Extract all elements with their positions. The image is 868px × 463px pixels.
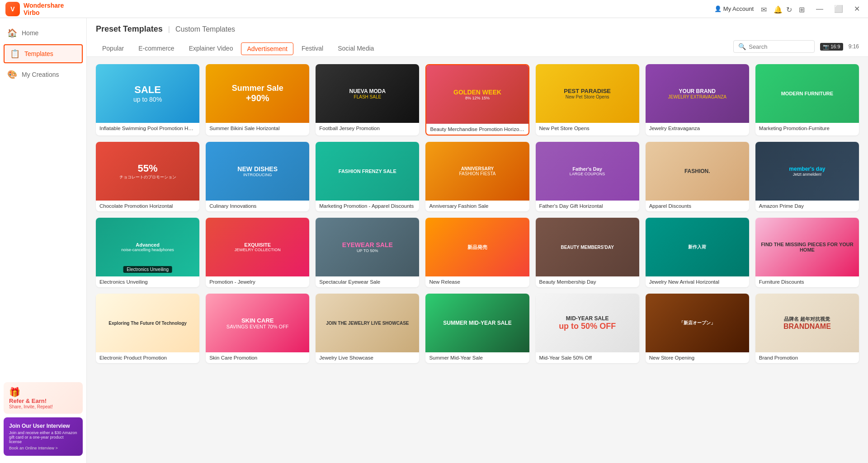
bookmark-icon[interactable]: 🔔	[774, 5, 781, 13]
template-card-9[interactable]: NEW DISHES INTRODUCING Culinary Innovati…	[206, 142, 309, 211]
electronics-tooltip: Electronics Unveiling	[123, 266, 172, 273]
template-card-11[interactable]: ANNIVERSARY FASHION FIESTA Anniversary F…	[425, 142, 529, 211]
template-card-1[interactable]: SALE up to 80% Inflatable Swimming Pool …	[96, 64, 199, 136]
card-label-21: Furniture Discounts	[755, 276, 859, 287]
card-label-25: Summer Mid-Year Sale	[425, 352, 529, 363]
sidebar: 🏠 Home 📋 Templates 🎨 My Creations 🎁 Refe…	[0, 18, 87, 463]
card-thumb-14: member's day Jetzt anmelden!	[755, 142, 859, 201]
card-thumb-21: FIND THE MISSING PIECES FOR YOUR HOME	[755, 218, 859, 276]
card-label-18: New Release	[425, 276, 529, 287]
template-card-22[interactable]: Exploring The Future Of Technology Elect…	[96, 294, 199, 363]
tab-popular[interactable]: Popular	[96, 41, 130, 56]
card-thumb-20: 新作入荷	[646, 218, 749, 276]
template-card-16[interactable]: EXQUISITE JEWELRY COLLECTION Promotion -…	[206, 218, 309, 287]
template-card-20[interactable]: 新作入荷 Jewelry New Arrival Horizontal	[646, 218, 749, 287]
card-thumb-13: FASHION.	[646, 142, 749, 201]
card-thumb-5: PEST PARADISE New Pet Store Opens	[536, 64, 639, 123]
sidebar-banners: 🎁 Refer & Earn! Share, Invite, Repeat! J…	[0, 377, 86, 458]
search-icon: 🔍	[738, 43, 746, 50]
template-card-3[interactable]: NUEVA MODA FLASH SALE Football Jersey Pr…	[316, 64, 419, 136]
main-layout: 🏠 Home 📋 Templates 🎨 My Creations 🎁 Refe…	[0, 18, 868, 463]
tab-social-media[interactable]: Social Media	[331, 41, 380, 56]
card-thumb-25: SUMMER MID-YEAR SALE	[425, 294, 529, 352]
card-label-7: Marketing Promotion-Furniture	[755, 123, 859, 134]
tab-right-controls: 🔍 📷 16:9 9:16	[733, 40, 859, 56]
user-interview-banner[interactable]: Join Our User Interview Join and receive…	[4, 417, 83, 456]
card-label-20: Jewelry New Arrival Horizontal	[646, 276, 749, 287]
tab-ecommerce[interactable]: E-commerce	[132, 41, 180, 56]
templates-icon: 📋	[10, 49, 20, 59]
template-card-6[interactable]: YOUR BRAND JEWELRY EXTRAVAGANZA Jewelry …	[646, 64, 749, 136]
template-card-5[interactable]: PEST PARADISE New Pet Store Opens New Pe…	[536, 64, 639, 136]
card-thumb-19: BEAUTY MEMBERS'DAY	[536, 218, 639, 276]
maximize-button[interactable]: ⬜	[831, 5, 846, 13]
template-card-14[interactable]: member's day Jetzt anmelden! Amazon Prim…	[755, 142, 859, 211]
template-card-8[interactable]: 55% チョコレートのプロモーション Chocolate Promotion H…	[96, 142, 199, 211]
card-label-24: Jewelry Live Showcase	[316, 352, 419, 363]
card-thumb-6: YOUR BRAND JEWELRY EXTRAVAGANZA	[646, 64, 749, 123]
search-input[interactable]	[749, 43, 807, 50]
my-account-button[interactable]: 👤 My Account	[714, 5, 754, 12]
close-button[interactable]: ✕	[851, 5, 863, 13]
template-card-7[interactable]: MODERN FURNITURE Marketing Promotion-Fur…	[755, 64, 859, 136]
template-card-15[interactable]: Advanced noise-cancelling headphones Ele…	[96, 218, 199, 287]
search-box[interactable]: 🔍	[733, 40, 815, 53]
template-card-23[interactable]: SKIN CARE SAVINGS EVENT 70% OFF Skin Car…	[206, 294, 309, 363]
card-label-4: Beauty Merchandise Promotion Horizontal	[426, 124, 528, 135]
template-card-17[interactable]: EYEWEAR SALE UP TO 50% Spectacular Eyewe…	[316, 218, 419, 287]
template-card-19[interactable]: BEAUTY MEMBERS'DAY Beauty Membership Day	[536, 218, 639, 287]
template-card-10[interactable]: FASHION FRENZY SALE Marketing Promotion …	[316, 142, 419, 211]
sidebar-item-templates[interactable]: 📋 Templates	[4, 44, 83, 63]
template-card-21[interactable]: FIND THE MISSING PIECES FOR YOUR HOME Fu…	[755, 218, 859, 287]
template-card-25[interactable]: SUMMER MID-YEAR SALE Summer Mid-Year Sal…	[425, 294, 529, 363]
card-label-8: Chocolate Promotion Horizontal	[96, 201, 199, 211]
titlebar-icons: ✉ 🔔 ↻ ⊞	[761, 5, 806, 13]
template-card-28[interactable]: 品牌名 超年对抗视觉 BRANDNAME Brand Promotion	[755, 294, 859, 363]
card-label-5: New Pet Store Opens	[536, 123, 639, 134]
template-card-13[interactable]: FASHION. Apparel Discounts	[646, 142, 749, 211]
grid-icon[interactable]: ⊞	[799, 5, 806, 13]
creations-icon: 🎨	[7, 70, 17, 80]
template-card-24[interactable]: JOIN THE JEWELRY LIVE SHOWCASE Jewelry L…	[316, 294, 419, 363]
tab-explainer[interactable]: Explainer Video	[183, 41, 240, 56]
book-interview-link[interactable]: Book an Online Interview >	[9, 446, 77, 450]
sidebar-item-my-creations[interactable]: 🎨 My Creations	[0, 65, 86, 84]
card-label-3: Football Jersey Promotion	[316, 123, 419, 134]
template-card-27[interactable]: 「新店オープン」 New Store Opening	[646, 294, 749, 363]
template-card-4[interactable]: GOLDEN WEEK 8% 12% 15% Beauty Merchandis…	[425, 64, 529, 136]
card-label-12: Father's Day Gift Horizontal	[536, 201, 639, 211]
ratio-badge[interactable]: 📷 16:9	[820, 43, 843, 51]
card-label-10: Marketing Promotion - Apparel Discounts	[316, 201, 419, 211]
card-label-22: Electronic Product Promotion	[96, 352, 199, 363]
window-controls: — ⬜ ✕	[813, 5, 863, 13]
refer-earn-banner[interactable]: 🎁 Refer & Earn! Share, Invite, Repeat!	[4, 382, 83, 414]
template-card-26[interactable]: MID-YEAR SALE up to 50% OFF Mid-Year Sal…	[536, 294, 639, 363]
card-label-9: Culinary Innovations	[206, 201, 309, 211]
card-label-15: Electronics Unveiling	[96, 276, 199, 287]
message-icon[interactable]: ✉	[761, 5, 768, 13]
card-thumb-4: GOLDEN WEEK 8% 12% 15%	[426, 65, 528, 124]
card-thumb-8: 55% チョコレートのプロモーション	[96, 142, 199, 201]
minimize-button[interactable]: —	[813, 5, 826, 13]
template-grid-container: SALE up to 80% Inflatable Swimming Pool …	[87, 57, 868, 463]
tab-advertisement[interactable]: Advertisement	[241, 42, 293, 55]
template-card-18[interactable]: 新品発売 New Release	[425, 218, 529, 287]
app-logo: V	[5, 2, 20, 16]
card-thumb-2: Summer Sale +90%	[206, 64, 309, 123]
breadcrumb: Preset Templates | Custom Templates	[96, 24, 859, 34]
sidebar-item-home[interactable]: 🏠 Home	[0, 23, 86, 42]
tab-festival[interactable]: Festival	[295, 41, 330, 56]
card-thumb-27: 「新店オープン」	[646, 294, 749, 352]
card-label-16: Promotion - Jewelry	[206, 276, 309, 287]
titlebar-left: V Wondershare Virbo	[5, 2, 64, 16]
titlebar: V Wondershare Virbo 👤 My Account ✉ 🔔 ↻ ⊞…	[0, 0, 868, 18]
template-card-12[interactable]: Father's Day LARGE COUPONS Father's Day …	[536, 142, 639, 211]
template-card-2[interactable]: Summer Sale +90% Summer Bikini Sale Hori…	[206, 64, 309, 136]
card-thumb-23: SKIN CARE SAVINGS EVENT 70% OFF	[206, 294, 309, 352]
custom-templates-link[interactable]: Custom Templates	[175, 25, 235, 33]
app-name: Wondershare Virbo	[24, 2, 64, 16]
card-label-23: Skin Care Promotion	[206, 352, 309, 363]
card-label-1: Inflatable Swimming Pool Promotion Hori.…	[96, 123, 199, 134]
refresh-icon[interactable]: ↻	[786, 5, 793, 13]
card-label-28: Brand Promotion	[755, 352, 859, 363]
